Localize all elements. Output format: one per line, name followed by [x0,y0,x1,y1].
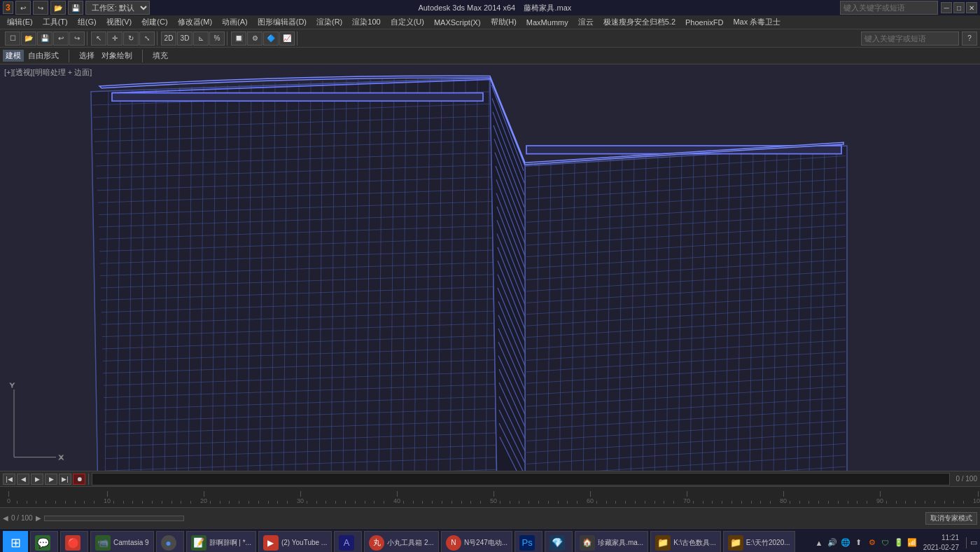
menu-item---------5-2[interactable]: 极速瘦身安全归档5.2 [599,16,680,28]
taskbar-item-folder-k[interactable]: 📁 K:\古色数具... [650,531,721,553]
taskbar-item-wechat[interactable]: 💬 [30,531,58,553]
menu-item-----u-[interactable]: 自定义(U) [386,16,428,28]
menu-item---g-[interactable]: 组(G) [74,16,101,28]
minimize-button[interactable]: ─ [941,2,952,13]
taskbar-item-audition[interactable]: A [334,531,362,553]
taskbar-item-camtasia[interactable]: 📹 Camtasia 9 [90,531,154,553]
render-setup-btn[interactable]: ⚙ [247,32,262,46]
main-viewport-area[interactable]: [+][透视][明暗处理 + 边面] [0,64,980,471]
clock-time: 11:21 [923,533,959,543]
quick-access-undo[interactable]: ↩ [15,1,31,15]
taskbar-item-folder-e[interactable]: 📁 E:\天竹2020... [723,531,795,553]
taskbar-item-photoshop[interactable]: Ps [514,531,542,553]
percent-snap-btn[interactable]: % [209,32,225,46]
undo-button[interactable]: ↩ [53,32,69,46]
ruler-mark-minor [84,501,85,504]
ruler-mark-minor [712,501,713,504]
snap-2d-btn[interactable]: 2D [161,32,176,46]
menu-item----h-[interactable]: 帮助(H) [486,16,521,28]
select-tab[interactable]: 选择 [76,50,97,61]
search-input[interactable] [840,1,938,15]
move-btn[interactable]: ✛ [107,32,122,46]
ruler-mark-minor [17,501,18,504]
tray-icon7[interactable]: 📶 [906,537,918,548]
select-btn[interactable]: ↖ [91,32,106,46]
menu-item-maxmummy[interactable]: MaxMummy [522,18,573,27]
menu-item----a-[interactable]: 动画(A) [218,16,252,28]
ruler-mark-minor [470,501,471,504]
next-frame-btn[interactable]: ▶ [45,474,57,485]
save-button[interactable]: 💾 [37,32,52,46]
maximize-button[interactable]: □ [953,2,965,13]
taskbar-item-diamond[interactable]: 💎 [545,531,573,553]
material-editor-btn[interactable]: 🔷 [263,32,279,46]
menu-item-maxscript-x-[interactable]: MAXScript(X) [430,18,485,27]
freeform-tab[interactable]: 自由形式 [25,50,62,61]
new-button[interactable]: ☐ [5,32,20,46]
modeling-tab[interactable]: 建模 [3,50,24,62]
ruler-mark-minor [365,501,365,504]
prev-frame-btn[interactable]: ◀ [17,474,29,485]
animation-track[interactable] [92,473,950,485]
tray-icon2[interactable]: 🌐 [840,537,851,548]
green-app-icon: 📝 [191,535,206,551]
rotate-btn[interactable]: ↻ [123,32,139,46]
scale-btn[interactable]: ⤡ [139,32,155,46]
quick-access-open[interactable]: 📂 [50,1,66,15]
paint-tab[interactable]: 对象绘制 [99,50,135,61]
taskbar-item-xiaowantools[interactable]: 丸 小丸工具箱 2... [364,531,439,553]
menu-item----e-[interactable]: 编辑(E) [3,16,37,28]
start-button[interactable]: ⊞ [3,531,28,553]
menu-item----r-[interactable]: 渲染(R) [312,16,346,28]
menu-item-phoenixfd[interactable]: PhoenixFD [681,18,727,27]
menu-item---[interactable]: 渲云 [574,16,598,28]
open-button[interactable]: 📂 [21,32,36,46]
taskbar-item-greenapp[interactable]: 📝 辞啊辞啊 | *... [186,531,256,553]
taskbar-item-youtube[interactable]: ▶ (2) YouTube ... [258,531,332,553]
quick-access-save[interactable]: 💾 [68,1,83,15]
command-search-input[interactable] [861,32,959,46]
populate-tab[interactable]: 填充 [150,50,171,61]
play-btn[interactable]: ▶ [31,474,43,485]
taskbar-item-n247[interactable]: N N号247电动... [441,531,512,553]
diamond-icon: 💎 [550,535,565,551]
camtasia-label: Camtasia 9 [113,539,149,546]
tray-icon3[interactable]: ⬆ [853,537,864,548]
tray-icon4[interactable]: ⚙ [867,537,878,548]
3d-viewport[interactable]: [+][透视][明暗处理 + 边面] [0,64,980,471]
go-end-btn[interactable]: ▶| [59,474,71,485]
menu-item----c-[interactable]: 创建(C) [137,16,172,28]
menu-item---100[interactable]: 渲染100 [348,16,384,28]
tray-icon5[interactable]: 🛡 [880,537,891,548]
render-btn[interactable]: 🔲 [231,32,246,46]
workspace-selector[interactable]: 工作区: 默认 [85,1,150,15]
taskbar-item-unknown1[interactable]: 🔴 [60,531,88,553]
cancel-expert-mode-button[interactable]: 取消专家模式 [925,512,977,525]
close-button[interactable]: ✕ [966,2,977,13]
menu-item----t-[interactable]: 工具(T) [38,16,72,28]
help-btn[interactable]: ? [962,32,977,46]
snap-3d-btn[interactable]: 3D [177,32,192,46]
menu-item-----m-[interactable]: 修改器(M) [174,16,217,28]
clock-area[interactable]: 11:21 2021-02-27 [920,533,962,553]
tray-arrow-icon[interactable]: ▲ [813,537,825,548]
menu-item----v-[interactable]: 视图(V) [102,16,136,28]
go-start-btn[interactable]: |◀ [3,474,15,485]
taskbar-item-max-file[interactable]: 🏠 珍藏家具.ma... [575,531,648,553]
angle-snap-btn[interactable]: ⊾ [193,32,209,46]
svg-rect-147 [112,93,483,102]
menu-item-------d-[interactable]: 图形编辑器(D) [253,16,311,28]
redo-button[interactable]: ↪ [69,32,85,46]
tray-icon6[interactable]: 🔋 [893,537,904,548]
menu-item-max-----[interactable]: Max 杀毒卫士 [729,16,785,28]
tray-icon1[interactable]: 🔊 [827,537,838,548]
record-btn[interactable]: ⏺ [73,474,85,485]
show-desktop-btn[interactable]: ▭ [966,537,977,548]
curve-editor-btn[interactable]: 📈 [279,32,295,46]
ruler-mark-minor [519,501,519,504]
ruler-mark-0: 0 [7,491,10,504]
taskbar-item-chrome[interactable]: ● [156,531,184,553]
ruler-mark-minor [944,501,945,504]
scrubber-bar[interactable]: 0102030405060708090100 [0,486,980,507]
quick-access-redo[interactable]: ↪ [33,1,48,15]
